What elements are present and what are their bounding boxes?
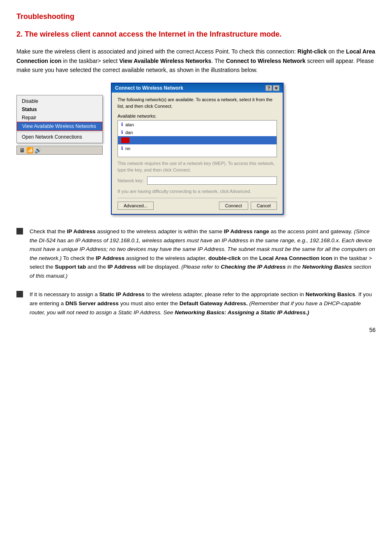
bullet-text-1: Check that the IP Address assigned to th… [30,227,376,281]
advanced-button[interactable]: Advanced... [118,202,154,210]
context-menu-item-view-wireless[interactable]: View Available Wireless Networks [17,122,102,131]
dialog-btn-group: Connect Cancel [219,202,277,210]
context-menu-item-disable[interactable]: Disable [17,97,102,105]
network-key-input[interactable] [147,176,277,185]
section-title: 2. The wireless client cannot access the… [16,29,376,39]
network-key-label: Network key: [118,178,144,183]
network-icon-dan: ℹ [121,130,123,135]
dialog-description: The following network(s) are available. … [118,97,277,109]
context-menu-item-repair[interactable]: Repair [17,114,102,122]
context-menu-item-open-network[interactable]: Open Network Connections [17,133,102,141]
bullet-item-2: If it is necessary to assign a Static IP… [16,290,376,317]
intro-paragraph: Make sure the wireless client is associa… [16,47,376,74]
bullet-square-1 [16,228,23,234]
troubleshooting-title: Troubleshooting [16,12,376,21]
bullet-text-2: If it is necessary to assign a Static IP… [30,290,376,317]
network-key-row: Network key: [118,176,277,185]
dialog-titlebar: Connect to Wireless Network ? ✕ [112,84,283,93]
illustrations-container: Disable Status Repair View Available Wir… [16,83,376,215]
network-label-dan: dan [125,130,133,135]
connect-button[interactable]: Connect [219,202,248,210]
taskbar-icon-2: 📶 [26,147,33,153]
context-menu-wrapper: Disable Status Repair View Available Wir… [16,95,103,155]
network-item-nn[interactable]: ℹ nn [118,144,277,152]
context-menu-separator [17,132,102,132]
network-icon-nn: ℹ [121,146,123,151]
network-list[interactable]: ℹ alan ℹ dan ℹ nn [118,120,277,157]
network-item-selected[interactable] [118,136,277,144]
network-label-nn: nn [125,146,130,151]
network-item-alan[interactable]: ℹ alan [118,121,277,128]
page-number: 56 [16,327,376,333]
bullet-section: Check that the IP Address assigned to th… [16,227,376,317]
taskbar-icon-3: 🔊 [35,147,42,153]
context-menu: Disable Status Repair View Available Wir… [16,95,103,143]
cancel-button[interactable]: Cancel [251,202,277,210]
dialog-advanced-text: If you are having difficulty connecting … [118,189,277,194]
context-menu-item-status[interactable]: Status [17,105,102,114]
network-icon-alan: ℹ [121,122,123,127]
network-item-dan[interactable]: ℹ dan [118,128,277,136]
wireless-dialog: Connect to Wireless Network ? ✕ The foll… [111,83,284,215]
network-label-alan: alan [125,122,134,127]
taskbar-icon-1: 🖥 [19,147,25,153]
network-icon-selected [121,137,129,143]
bullet-item-1: Check that the IP Address assigned to th… [16,227,376,281]
dialog-body: The following network(s) are available. … [112,93,283,214]
bullet-square-2 [16,291,23,297]
dialog-help-button[interactable]: ? [265,85,272,91]
dialog-footer: Advanced... Connect Cancel [118,198,277,210]
dialog-titlebar-buttons: ? ✕ [265,85,279,91]
dialog-title: Connect to Wireless Network [115,85,183,91]
available-networks-label: Available networks: [118,114,277,118]
dialog-grayed-text: This network requires the use of a netwo… [118,160,277,173]
dialog-close-button[interactable]: ✕ [273,85,279,91]
taskbar-area: 🖥 📶 🔊 [16,146,103,155]
